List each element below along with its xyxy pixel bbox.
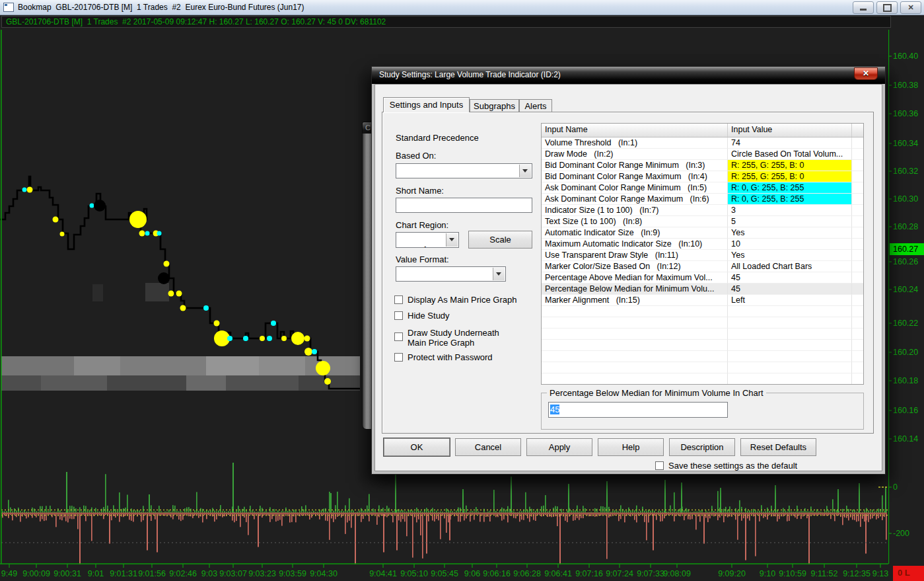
checkbox-icon[interactable]	[394, 353, 403, 362]
dialog-close-button[interactable]: ✕	[854, 67, 878, 80]
description-button[interactable]: Description	[669, 438, 735, 456]
settings-tab-page: Standard Precedence Based On: <Main Pric…	[382, 112, 874, 434]
time-axis-label: 9:06:28	[513, 569, 541, 578]
table-row[interactable]: Marker Alignment (In:15)Left	[542, 295, 863, 306]
cancel-button[interactable]: Cancel	[455, 438, 521, 456]
based-on-select[interactable]: <Main Price Graph>	[396, 163, 532, 178]
price-axis-label: 160.34	[893, 139, 918, 148]
table-row[interactable]: Volume Threshold (In:1)74	[542, 137, 863, 149]
minimize-icon	[860, 9, 867, 11]
input-value-cell: Circle Based On Total Volum...	[728, 149, 852, 160]
tab-subgraphs[interactable]: Subgraphs	[470, 99, 519, 112]
price-axis-label: 160.24	[893, 285, 918, 294]
time-axis-label: 9:06	[464, 569, 480, 578]
time-axis-label: 9:12:35	[843, 569, 871, 578]
close-button[interactable]: ✕	[900, 1, 921, 14]
input-name-cell: Marker Alignment (In:15)	[542, 295, 728, 306]
table-row[interactable]: Automatic Indicator Size (In:9)Yes	[542, 227, 863, 239]
window-title: Bookmap GBL-201706-DTB [M] 1 Trades #2 E…	[18, 3, 304, 12]
tab-settings-and-inputs[interactable]: Settings and Inputs	[383, 97, 470, 112]
time-axis-label: 9:13	[872, 569, 888, 578]
study-settings-dialog: Study Settings: Large Volume Trade Indic…	[371, 66, 886, 475]
status-corner-badge: 0 L	[893, 566, 924, 581]
price-axis-label: 160.28	[893, 222, 918, 231]
table-row[interactable]: Bid Dominant Color Range Minimum (In:3)R…	[542, 160, 863, 171]
price-axis-label: 160.22	[893, 319, 918, 328]
time-axis-label: 9:05:45	[431, 569, 458, 578]
selected-input-label: Percentage Below Median for Minimum Volu…	[547, 388, 766, 398]
inputs-table-header: Input Name Input Value	[542, 124, 863, 137]
input-value-cell: 45	[728, 272, 852, 284]
tab-alerts[interactable]: Alerts	[519, 99, 552, 112]
price-axis-label: 160.18	[893, 376, 918, 385]
table-row[interactable]: Draw Mode (In:2)Circle Based On Total Vo…	[542, 149, 863, 160]
app-icon	[3, 3, 14, 12]
chart-region-select[interactable]: 1	[396, 232, 459, 248]
table-row[interactable]: Ask Dominant Color Range Maximum (In:6)R…	[542, 194, 863, 205]
input-value-cell: Left	[728, 295, 852, 306]
dialog-body: Settings and Inputs Subgraphs Alerts Sta…	[374, 84, 882, 471]
checkbox-icon[interactable]	[394, 295, 403, 304]
time-axis-label: 9:06:41	[544, 569, 572, 578]
table-row[interactable]: Bid Dominant Color Range Maximum (In:4)R…	[542, 171, 863, 182]
table-row	[542, 317, 863, 329]
chevron-down-icon[interactable]	[519, 165, 531, 177]
apply-button[interactable]: Apply	[526, 438, 592, 456]
help-button[interactable]: Help	[598, 438, 664, 456]
input-name-cell: Bid Dominant Color Range Maximum (In:4)	[542, 171, 728, 182]
time-axis-label: 9:11:52	[811, 569, 838, 578]
selected-input-value-field[interactable]: 45	[548, 402, 728, 418]
checkbox-save-as-default[interactable]: Save these settings as the default	[655, 461, 797, 471]
short-name-input[interactable]	[396, 198, 532, 213]
table-row[interactable]: Percentage Above Median for Maximum Vol.…	[542, 272, 863, 284]
table-row	[542, 351, 863, 362]
value-format-label: Value Format:	[396, 254, 449, 264]
checkbox-protect-with-password[interactable]: Protect with Password	[394, 352, 533, 362]
standard-precedence-label: Standard Precedence	[396, 133, 479, 143]
input-value-cell: R: 255, G: 255, B: 0	[728, 160, 852, 171]
time-axis-label: 9:04:41	[369, 569, 397, 578]
time-axis-label: 9:07:16	[575, 569, 603, 578]
checkbox-icon[interactable]	[394, 311, 403, 320]
table-row[interactable]: Text Size (1 to 100) (In:8)5	[542, 216, 863, 227]
input-value-cell: All Loaded Chart Bars	[728, 261, 852, 272]
chevron-down-icon[interactable]	[446, 233, 458, 247]
dialog-titlebar[interactable]: Study Settings: Large Volume Trade Indic…	[372, 67, 885, 84]
input-value-cell: Yes	[728, 250, 852, 261]
time-axis-label: 9:10	[760, 569, 775, 578]
time-axis-label: 9:01	[88, 569, 104, 578]
column-header-input-name[interactable]: Input Name	[542, 124, 728, 137]
checkbox-draw-study-underneath[interactable]: Draw Study Underneath Main Price Graph	[394, 328, 513, 348]
time-axis-label: 9:02:46	[169, 569, 197, 578]
table-row	[542, 373, 863, 385]
reset-defaults-button[interactable]: Reset Defaults	[740, 438, 816, 456]
table-row	[542, 340, 863, 351]
input-value-cell: 74	[728, 137, 852, 149]
table-row	[542, 306, 863, 317]
time-axis-label: 9:07:33	[637, 569, 664, 578]
last-price-badge: 160.27	[890, 243, 924, 255]
table-row[interactable]: Marker Color/Size Based On (In:12)All Lo…	[542, 261, 863, 272]
checkbox-icon[interactable]	[655, 461, 664, 470]
price-axis-label: 160.38	[893, 81, 918, 90]
table-row	[542, 362, 863, 373]
chevron-down-icon[interactable]	[493, 268, 505, 280]
table-row[interactable]: Ask Dominant Color Range Minimum (In:5)R…	[542, 182, 863, 194]
time-axis-label: 9:00:31	[53, 569, 81, 578]
minimize-button[interactable]	[853, 1, 874, 14]
checkbox-icon[interactable]	[394, 332, 403, 341]
scale-button[interactable]: Scale	[468, 231, 532, 249]
price-axis-label: 160.14	[893, 434, 918, 444]
input-name-cell: Draw Mode (In:2)	[542, 149, 728, 160]
column-header-input-value[interactable]: Input Value	[728, 124, 852, 137]
table-row[interactable]: Indicator Size (1 to 100) (In:7)3	[542, 205, 863, 216]
table-row[interactable]: Percentage Below Median for Minimum Volu…	[542, 284, 863, 295]
time-axis-label: 9:06:16	[483, 569, 511, 578]
checkbox-hide-study[interactable]: Hide Study	[394, 311, 533, 321]
restore-button[interactable]	[876, 1, 898, 14]
value-format-select[interactable]: Inherited	[396, 266, 506, 282]
ok-button[interactable]: OK	[384, 438, 450, 456]
table-row[interactable]: Maximum Automatic Indicator Size (In:10)…	[542, 239, 863, 250]
table-row[interactable]: Use Transparent Draw Style (In:11)Yes	[542, 250, 863, 261]
checkbox-display-as-main-price-graph[interactable]: Display As Main Price Graph	[394, 295, 533, 305]
